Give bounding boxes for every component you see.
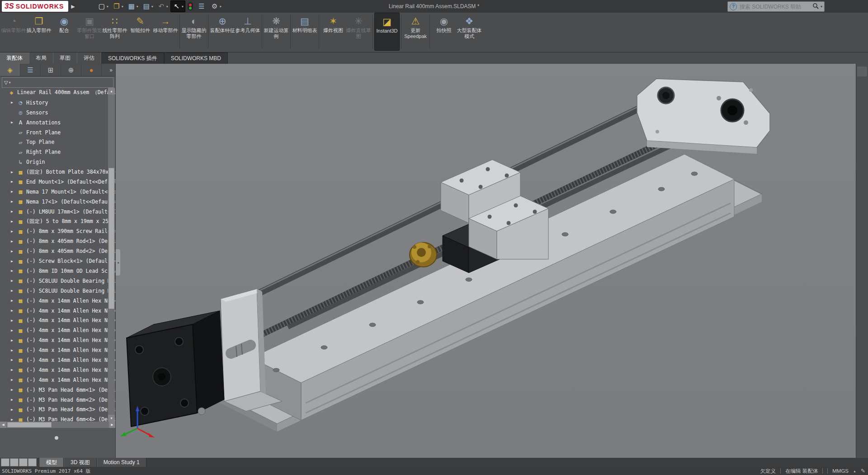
ribbon-exploded-view[interactable]: ✶ 爆炸视图 (321, 13, 346, 51)
expand-arrow-icon[interactable]: ▶ (11, 418, 17, 422)
expand-arrow-icon[interactable]: ▶ (11, 408, 17, 412)
editing-status[interactable]: 在编辑 装配体 (785, 468, 818, 475)
expand-arrow-icon[interactable]: ▶ (11, 100, 17, 104)
ribbon-smart-fasteners[interactable]: ✎ 智能扣件 (127, 13, 153, 51)
ribbon-component-preview[interactable]: ▣ 零部件预览窗口 (77, 13, 102, 51)
tree-item[interactable]: ▶ ▩ (-) 4mm x 14mm Allen Hex Nut<8 (0, 365, 115, 375)
expand-arrow-icon[interactable]: ▶ (11, 269, 17, 273)
part-brass-lead-nut[interactable] (410, 242, 437, 267)
ribbon-new-motion-study[interactable]: ❋ 新建运动算例 (264, 13, 289, 51)
undo-button[interactable]: ↶ ▾ (156, 1, 170, 12)
first-tab-button[interactable] (1, 458, 9, 466)
ribbon-button[interactable] (179, 14, 180, 49)
save-button[interactable]: ▦ ▾ (126, 1, 140, 12)
scroll-right-icon[interactable]: ▶ (109, 422, 115, 428)
units-caret-icon[interactable]: ▲ (853, 470, 856, 473)
dropdown-caret-icon[interactable]: ▾ (107, 5, 108, 9)
tab-solidworks-mbd[interactable]: SOLIDWORKS MBD (164, 52, 228, 64)
tree-item[interactable]: ▶ ▩ (-) Screw Block<1> (Default<<D (0, 256, 115, 266)
new-document-button[interactable]: ▢ ▾ (96, 1, 110, 12)
tree-item-top-plane[interactable]: ▶ ▱ Top Plane (0, 137, 115, 147)
dropdown-caret-icon[interactable]: ▾ (122, 5, 123, 9)
tab-solidworks-addins[interactable]: SOLIDWORKS 插件 (101, 52, 164, 64)
apply-scene-icon[interactable] (537, 53, 547, 63)
ribbon-edit-component[interactable]: ◔ 编辑零部件 (1, 13, 26, 51)
displaymanager-tab[interactable]: ● (81, 64, 102, 76)
expand-arrow-icon[interactable]: ▶ (11, 289, 17, 293)
ribbon-button[interactable] (319, 14, 319, 49)
close-doc-icon[interactable] (847, 54, 855, 62)
ribbon-show-hidden-components[interactable]: ◐ 显示隐藏的零部件 (181, 13, 207, 51)
tree-item-origin[interactable]: ▶ ↳ Origin (0, 157, 115, 167)
expand-arrow-icon[interactable]: ▶ (11, 279, 17, 283)
horizontal-scroll-thumb[interactable] (7, 422, 52, 428)
ribbon-linear-component-pattern[interactable]: ∷ 线性零部件阵列 (102, 13, 127, 51)
expand-arrow-icon[interactable]: ▶ (11, 190, 17, 194)
ribbon-update-speedpak[interactable]: ⚠ 更新 Speedpak (403, 13, 428, 51)
solidworks-logo[interactable]: 3S SOLIDWORKS (2, 1, 68, 12)
tree-item[interactable]: ▶ ▩ (-) 4mm x 14mm Allen Hex Nut<4 (0, 325, 115, 335)
expand-arrow-icon[interactable]: ▶ (11, 219, 17, 223)
select-tool-button[interactable]: ↖ ▾ (170, 0, 185, 12)
propertymanager-tab[interactable]: ☰ (20, 64, 41, 76)
dropdown-caret-icon[interactable]: ▾ (137, 5, 138, 9)
dropdown-caret-icon[interactable]: ▾ (220, 5, 222, 9)
expand-arrow-icon[interactable]: ▶ (11, 378, 17, 382)
tree-item[interactable]: ▶ ▩ Nema 17<1> (Default<<Default>_ (0, 197, 115, 207)
filter-caret-icon[interactable]: ▾ (9, 81, 10, 85)
view-settings-icon[interactable] (551, 53, 561, 63)
part-nema17-motor[interactable] (127, 311, 224, 427)
tree-item[interactable]: ▶ ▩ (-) 4mm x 14mm Allen Hex Nut<7 (0, 355, 115, 365)
motion-study-tab[interactable]: Motion Study 1 (97, 458, 146, 467)
help-button[interactable] (820, 2, 828, 10)
3d-views-tab[interactable]: 3D 视图 (64, 458, 97, 467)
section-view-icon[interactable] (453, 53, 462, 63)
ribbon-instant3d[interactable]: ◪ Instant3D (374, 13, 400, 51)
ribbon-button[interactable] (401, 14, 401, 49)
view-palette-icon[interactable] (857, 106, 867, 116)
tree-vertical-scrollbar[interactable]: ▲ ▼ (108, 88, 115, 422)
tree-item[interactable]: ▶ ▩ (-) 8mm x 390mm Screw Rail<1> (0, 226, 115, 236)
expand-arrow-icon[interactable]: ▶ (11, 239, 17, 243)
open-button[interactable]: ❐ ▾ (111, 1, 125, 12)
panel-collapse-chevron-icon[interactable]: » (107, 64, 115, 76)
tree-item[interactable]: ▶ ▩ (-) LM8UU 17mm<1> (Default<<De (0, 207, 115, 217)
settings-gear-button[interactable]: ⚙ ▾ (209, 1, 223, 12)
ribbon-button[interactable] (208, 14, 208, 49)
tree-item-sensors[interactable]: ▶ ◎ Sensors (0, 108, 115, 118)
expand-arrow-icon[interactable]: ▶ (11, 328, 17, 332)
display-style-icon[interactable] (495, 53, 505, 63)
design-library-icon[interactable] (857, 80, 867, 90)
tree-item[interactable]: ▶ ▩ (-) 8mm x 405mm Rod<1> (Defaul (0, 236, 115, 246)
last-tab-button[interactable] (28, 458, 37, 466)
restore-button[interactable] (845, 2, 854, 10)
expand-arrow-icon[interactable]: ▶ (11, 309, 17, 313)
expand-arrow-icon[interactable]: ▶ (11, 368, 17, 372)
expand-arrow-icon[interactable]: ▶ (11, 398, 17, 402)
menu-expand-arrow-icon[interactable]: ▶ (71, 4, 75, 10)
tab-assembly[interactable]: 装配体 (0, 52, 29, 64)
edit-appearance-icon[interactable] (523, 53, 533, 63)
annotation-visibility-icon[interactable] (467, 53, 476, 63)
close-button[interactable] (858, 2, 866, 10)
ribbon-button[interactable] (290, 14, 291, 49)
next-tab-button[interactable] (19, 458, 28, 466)
expand-arrow-icon[interactable]: ▶ (11, 318, 17, 323)
scroll-left-icon[interactable]: ◀ (0, 422, 6, 428)
tree-item-right-plane[interactable]: ▶ ▱ Right Plane (0, 147, 115, 157)
custom-properties-icon[interactable] (857, 132, 867, 142)
status-tag-icon[interactable]: ✎ (861, 468, 865, 474)
tree-item[interactable]: ▶ ▩ (-) M3 Pan Head 6mm<3> (Defaul (0, 405, 115, 415)
ribbon-button[interactable] (373, 14, 373, 49)
tree-item[interactable]: ▶ ▩ (-) 4mm x 14mm Allen Hex Nut<5 (0, 335, 115, 345)
search-input[interactable] (739, 3, 811, 10)
search-icon[interactable] (812, 3, 819, 11)
ribbon-explode-line-sketch[interactable]: ✳ 爆炸直线草图 (346, 13, 371, 51)
ribbon-insert-component[interactable]: ❐ 插入零部件 (26, 13, 52, 51)
tree-root-assembly[interactable]: ▶ ◈ Linear Rail 400mm Assem （Default< (0, 88, 115, 98)
expand-arrow-icon[interactable]: ▶ (11, 120, 17, 124)
print-button[interactable]: ▤ ▾ (141, 1, 155, 12)
zoom-area-icon[interactable] (425, 53, 434, 63)
dropdown-caret-icon[interactable]: ▾ (166, 5, 168, 9)
tree-item[interactable]: ▶ ▩ (-) 4mm x 14mm Allen Hex Nut<3 (0, 315, 115, 325)
